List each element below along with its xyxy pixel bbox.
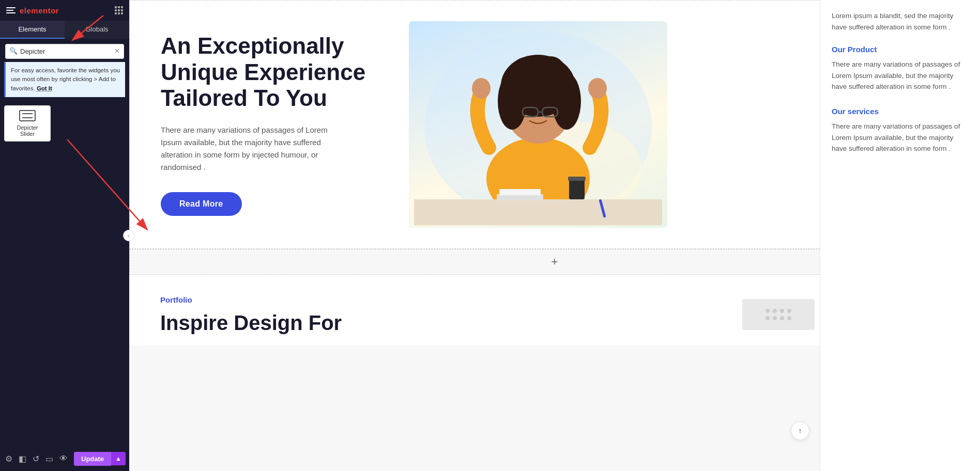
- right-panel: Lorem ipsum a blandit, sed the majority …: [820, 0, 980, 471]
- add-section-plus: +: [552, 255, 558, 269]
- tab-globals[interactable]: Globals: [65, 21, 129, 39]
- grid-dots: [761, 305, 795, 324]
- svg-point-8: [535, 56, 566, 92]
- sidebar: elementor Elements Globals 🔍 ✕ For easy …: [0, 0, 129, 471]
- sidebar-hint: For easy access, favorite the widgets yo…: [4, 62, 125, 97]
- responsive-icon[interactable]: ▭: [45, 454, 53, 464]
- svg-rect-18: [499, 189, 541, 195]
- svg-rect-16: [568, 177, 586, 181]
- right-panel-intro: Lorem ipsum a blandit, sed the majority …: [832, 10, 969, 33]
- portfolio-grid-placeholder: [742, 299, 815, 330]
- sidebar-hint-text: For easy access, favorite the widgets yo…: [11, 67, 120, 91]
- hamburger-icon: [6, 5, 17, 15]
- right-section-services-title: Our services: [832, 107, 969, 116]
- right-section-product: Our Product There are many variations of…: [832, 45, 969, 92]
- update-caret-button[interactable]: ▲: [111, 452, 126, 465]
- hero-description: There are many variations of passages of…: [161, 124, 347, 174]
- search-icon: 🔍: [9, 46, 18, 54]
- slider-icon: [19, 110, 36, 121]
- sidebar-tabs: Elements Globals: [0, 21, 129, 39]
- hero-title: An Exceptionally Unique Experience Tailo…: [161, 33, 378, 112]
- history-icon[interactable]: ↺: [33, 454, 39, 464]
- sidebar-logo: elementor: [6, 5, 59, 15]
- hero-text-block: An Exceptionally Unique Experience Tailo…: [161, 33, 378, 216]
- hero-illustration: [414, 24, 662, 225]
- widget-list: Depicter Slider: [0, 101, 129, 471]
- svg-point-12: [472, 78, 491, 99]
- settings-icon[interactable]: ⚙: [5, 454, 12, 464]
- elementor-logo-text: elementor: [20, 6, 59, 15]
- hero-image-inner: [409, 21, 667, 228]
- svg-rect-14: [414, 199, 662, 225]
- grid-icon[interactable]: [115, 6, 123, 14]
- widget-item-depicter-slider[interactable]: Depicter Slider: [4, 105, 51, 142]
- right-section-product-title: Our Product: [832, 45, 969, 54]
- update-button-group: Update ▲: [74, 452, 126, 466]
- svg-point-13: [588, 78, 607, 99]
- sidebar-header: elementor: [0, 0, 129, 21]
- right-section-services: Our services There are many variations o…: [832, 107, 969, 154]
- widget-item-label: Depicter Slider: [9, 124, 46, 137]
- read-more-button[interactable]: Read More: [161, 192, 242, 216]
- hero-image: [409, 21, 667, 228]
- bottom-toolbar: ⚙ ◧ ↺ ▭ 👁 Update ▲: [0, 446, 129, 471]
- svg-rect-15: [569, 179, 585, 199]
- update-button[interactable]: Update: [74, 452, 111, 466]
- right-section-services-text: There are many variations of passages of…: [832, 121, 969, 154]
- scroll-top-button[interactable]: ↑: [791, 421, 809, 440]
- sidebar-collapse-btn[interactable]: ‹: [123, 230, 134, 241]
- clear-search-icon[interactable]: ✕: [114, 46, 120, 54]
- right-section-product-text: There are many variations of passages of…: [832, 59, 969, 92]
- tab-elements[interactable]: Elements: [0, 21, 65, 39]
- layers-icon[interactable]: ◧: [19, 454, 26, 464]
- search-input[interactable]: [5, 44, 124, 59]
- sidebar-search-container: 🔍 ✕: [0, 39, 129, 62]
- got-it-link[interactable]: Got It: [37, 85, 52, 91]
- preview-icon[interactable]: 👁: [59, 454, 68, 463]
